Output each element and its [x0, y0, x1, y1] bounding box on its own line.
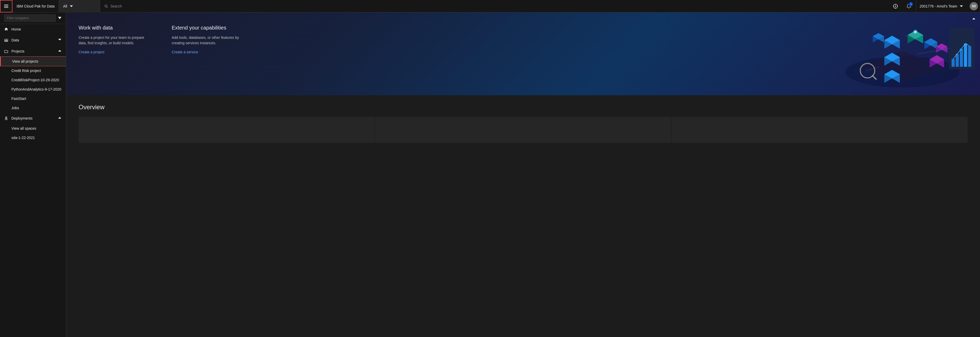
sidebar: Home Data — [0, 13, 66, 337]
svg-rect-47 — [951, 59, 955, 67]
sidebar-item-projects-label: Projects — [11, 49, 54, 53]
deployments-submenu: View all spaces sda-1-22-2021 — [0, 124, 66, 142]
svg-point-15 — [6, 118, 6, 118]
sidebar-subitem-sda[interactable]: sda-1-22-2021 — [0, 133, 66, 142]
home-icon — [4, 27, 8, 31]
notifications-badge: 1 — [909, 2, 913, 6]
data-icon — [4, 38, 8, 42]
svg-rect-2 — [4, 7, 8, 8]
hero-illustration — [825, 13, 980, 95]
topnav: IBM Cloud Pak for Data All — [0, 0, 980, 13]
sidebar-item-projects[interactable]: Projects — [0, 46, 66, 57]
search-icon — [104, 4, 108, 8]
svg-rect-11 — [5, 39, 6, 41]
extend-capabilities-description: Add tools, databases, or other features … — [172, 35, 244, 46]
brand-title: IBM Cloud Pak for Data — [13, 4, 59, 8]
sidebar-subitem-python-analytics[interactable]: PythonAndAnalytics-9-17-2020 — [0, 85, 66, 94]
sidebar-subitem-view-all-spaces[interactable]: View all spaces — [0, 124, 66, 133]
hamburger-button[interactable] — [0, 0, 13, 13]
sidebar-item-data-label: Data — [11, 38, 54, 42]
main-layout: Home Data — [0, 13, 980, 337]
sidebar-nav: Home Data — [0, 24, 66, 337]
svg-rect-0 — [4, 5, 8, 5]
sidebar-filter-input[interactable] — [4, 14, 56, 22]
sidebar-item-data[interactable]: Data — [0, 34, 66, 46]
folder-icon — [4, 49, 8, 53]
topnav-right-actions: 1 2001776 - Amol's Team SD — [889, 0, 980, 13]
projects-chevron-icon — [58, 49, 62, 54]
notifications-button[interactable]: 1 — [903, 0, 915, 13]
sidebar-subitem-credit-risk[interactable]: Credit Risk project — [0, 66, 66, 75]
account-label: 2001776 - Amol's Team — [920, 4, 957, 8]
sidebar-item-home-label: Home — [11, 27, 62, 31]
data-chevron-icon — [58, 38, 62, 42]
overview-section: Overview — [66, 95, 980, 151]
account-selector[interactable]: 2001776 - Amol's Team — [916, 0, 967, 13]
svg-rect-14 — [6, 41, 8, 42]
sidebar-filter-icon[interactable] — [58, 16, 62, 21]
scope-selector[interactable]: All — [59, 0, 100, 13]
sidebar-item-deployments-label: Deployments — [11, 116, 54, 120]
svg-rect-48 — [956, 54, 959, 67]
account-chevron-icon — [959, 4, 964, 8]
sidebar-subitem-view-all-projects[interactable]: View all projects — [0, 57, 66, 66]
main-content: Work with data Create a project for your… — [66, 13, 980, 337]
help-icon — [893, 4, 898, 9]
overview-card-1 — [79, 117, 375, 143]
chevron-down-icon — [69, 4, 73, 8]
svg-point-3 — [105, 5, 107, 7]
help-button[interactable] — [889, 0, 902, 13]
sidebar-subitem-creditrisk-10-29[interactable]: CreditRiskProject-10-29-2020 — [0, 75, 66, 85]
overview-cards — [79, 117, 967, 143]
chevron-up-icon — [972, 17, 976, 21]
isometric-svg — [827, 15, 977, 93]
hero-work-with-data: Work with data Create a project for your… — [79, 25, 151, 54]
rocket-icon — [4, 116, 8, 120]
user-avatar[interactable]: SD — [970, 2, 978, 10]
scope-label: All — [63, 4, 67, 8]
svg-point-10 — [895, 6, 896, 7]
overview-card-2 — [375, 117, 671, 143]
search-container[interactable] — [100, 4, 889, 8]
sidebar-item-home[interactable]: Home — [0, 24, 66, 34]
hero-collapse-button[interactable] — [972, 17, 976, 21]
sidebar-item-deployments[interactable]: Deployments — [0, 113, 66, 124]
search-input[interactable] — [110, 4, 885, 8]
work-with-data-title: Work with data — [79, 25, 151, 31]
deployments-chevron-icon — [58, 116, 62, 121]
svg-point-33 — [913, 29, 918, 34]
svg-rect-50 — [964, 43, 967, 67]
create-project-link[interactable]: Create a project — [79, 50, 105, 54]
svg-line-4 — [107, 6, 108, 8]
svg-rect-13 — [5, 41, 6, 42]
create-service-link[interactable]: Create a service — [172, 50, 198, 54]
sidebar-subitem-faststart[interactable]: FastStart — [0, 94, 66, 103]
sidebar-subitem-jobs[interactable]: Jobs — [0, 103, 66, 113]
svg-rect-12 — [6, 39, 8, 41]
hero-extend-capabilities: Extend your capabilities Add tools, data… — [172, 25, 244, 54]
extend-capabilities-title: Extend your capabilities — [172, 25, 244, 31]
overview-card-3 — [671, 117, 967, 143]
sidebar-filter-container — [0, 13, 66, 24]
svg-rect-51 — [968, 46, 971, 67]
work-with-data-description: Create a project for your team to prepar… — [79, 35, 151, 46]
svg-rect-49 — [960, 49, 963, 67]
projects-submenu: View all projects Credit Risk project Cr… — [0, 57, 66, 113]
svg-rect-1 — [4, 6, 8, 6]
hero-banner: Work with data Create a project for your… — [66, 13, 980, 95]
overview-title: Overview — [79, 104, 967, 111]
